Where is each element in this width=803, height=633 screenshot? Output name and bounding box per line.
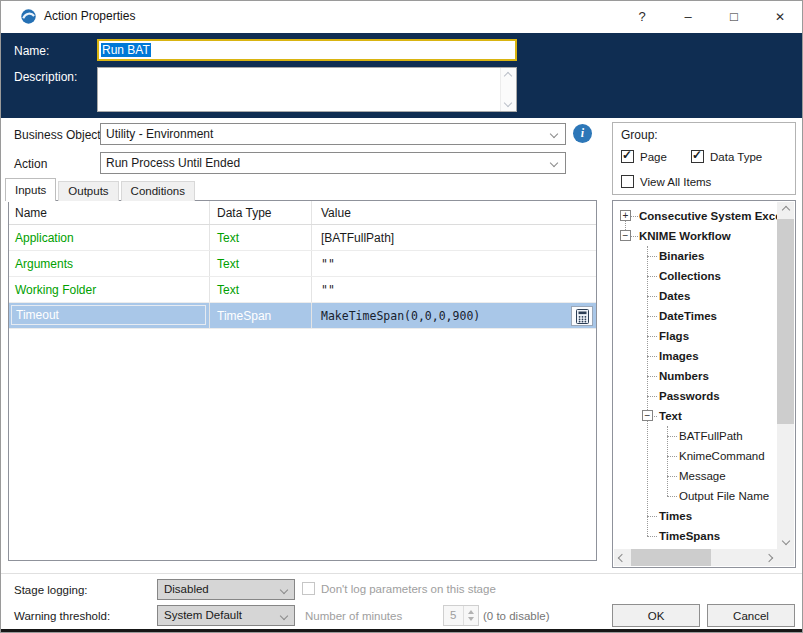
- tree-item-timespans[interactable]: TimeSpans: [614, 526, 777, 546]
- table-header: Name Data Type Value: [9, 201, 596, 225]
- inputs-table: Name Data Type Value Application Text [B…: [8, 200, 597, 561]
- scrollbar-corner: [777, 549, 794, 566]
- scroll-left-icon[interactable]: [618, 553, 626, 561]
- checkbox-view-all-items[interactable]: View All Items: [621, 175, 711, 188]
- scroll-up-icon[interactable]: [781, 206, 789, 214]
- tab-inputs[interactable]: Inputs: [5, 178, 56, 201]
- chevron-down-icon: [550, 159, 558, 167]
- scroll-down-icon[interactable]: [504, 99, 512, 107]
- cancel-button[interactable]: Cancel: [707, 604, 795, 627]
- action-select[interactable]: Run Process Until Ended: [100, 152, 566, 174]
- tree-item-datetimes[interactable]: DateTimes: [614, 306, 777, 326]
- spinner-arrows[interactable]: [463, 606, 478, 625]
- checkbox-page[interactable]: Page: [621, 150, 667, 163]
- business-object-select[interactable]: Utility - Environment: [100, 123, 566, 145]
- checkbox-unchecked-icon[interactable]: [302, 582, 315, 595]
- footer-divider: [0, 573, 803, 574]
- business-object-label: Business Object: [14, 128, 101, 142]
- tree-item-binaries[interactable]: Binaries: [614, 246, 777, 266]
- tree-item-passwords[interactable]: Passwords: [614, 386, 777, 406]
- dialog-header: Name: Run BAT Description:: [0, 33, 803, 118]
- title-bar: Action Properties ? – □ ✕: [0, 0, 803, 33]
- table-row-arguments[interactable]: Arguments Text "": [9, 251, 596, 277]
- tree-item-knimecommand[interactable]: KnimeCommand: [614, 446, 777, 466]
- spin-up-icon[interactable]: [468, 610, 474, 614]
- group-panel: Group: Page Data Type View All Items: [612, 122, 796, 195]
- chevron-down-icon: [280, 612, 288, 620]
- expand-icon[interactable]: +: [620, 210, 631, 221]
- tree-item-collections[interactable]: Collections: [614, 266, 777, 286]
- checkbox-unchecked-icon[interactable]: [621, 175, 634, 188]
- scroll-up-icon[interactable]: [504, 72, 512, 80]
- window-title: Action Properties: [44, 9, 135, 23]
- scroll-right-icon[interactable]: [765, 553, 773, 561]
- collapse-icon[interactable]: −: [642, 410, 653, 421]
- name-label: Name:: [14, 44, 49, 58]
- tree-item-numbers[interactable]: Numbers: [614, 366, 777, 386]
- tree-item-batfullpath[interactable]: BATFullPath: [614, 426, 777, 446]
- maximize-button[interactable]: □: [711, 0, 757, 33]
- tab-conditions[interactable]: Conditions: [121, 181, 195, 201]
- tree-horizontal-scrollbar[interactable]: [614, 549, 777, 566]
- close-button[interactable]: ✕: [757, 0, 803, 33]
- expression-editor-button[interactable]: [571, 306, 593, 326]
- help-button[interactable]: ?: [619, 0, 665, 33]
- table-row-timeout[interactable]: Timeout TimeSpan MakeTimeSpan(0,0,0,900): [9, 303, 596, 329]
- warning-threshold-select[interactable]: System Default: [157, 605, 295, 626]
- tree-body: + Consecutive System Except − KNIME Work…: [614, 202, 777, 549]
- name-value-selected-text: Run BAT: [101, 43, 151, 57]
- calculator-icon: [576, 309, 589, 324]
- tree-item-dates[interactable]: Dates: [614, 286, 777, 306]
- table-row-application[interactable]: Application Text [BATFullPath]: [9, 225, 596, 251]
- column-header-name: Name: [9, 201, 209, 224]
- disable-note: (0 to disable): [483, 610, 549, 622]
- window-bottom-edge: [0, 629, 803, 633]
- table-row-working-folder[interactable]: Working Folder Text "": [9, 277, 596, 303]
- stage-logging-select[interactable]: Disabled: [157, 579, 295, 600]
- action-properties-dialog: Action Properties ? – □ ✕ Name: Run BAT …: [0, 0, 803, 633]
- ok-button[interactable]: OK: [612, 604, 700, 627]
- tree-item-flags[interactable]: Flags: [614, 326, 777, 346]
- description-scrollbar[interactable]: [500, 68, 516, 111]
- tree-item-consecutive-system-exception[interactable]: + Consecutive System Except: [614, 206, 777, 226]
- chevron-down-icon: [550, 130, 558, 138]
- tree-item-knime-workflow[interactable]: − KNIME Workflow: [614, 226, 777, 246]
- name-cell-focus[interactable]: Timeout: [11, 305, 206, 325]
- checkbox-data-type[interactable]: Data Type: [691, 150, 762, 163]
- stage-logging-label: Stage logging:: [14, 584, 88, 596]
- column-header-data-type: Data Type: [209, 201, 311, 224]
- scroll-down-icon[interactable]: [781, 537, 789, 545]
- scrollbar-thumb[interactable]: [777, 219, 794, 424]
- description-label: Description:: [14, 70, 77, 84]
- chevron-down-icon: [280, 586, 288, 594]
- tree-item-message[interactable]: Message: [614, 466, 777, 486]
- checkbox-checked-icon[interactable]: [691, 150, 704, 163]
- minutes-spinner[interactable]: 5: [443, 605, 479, 626]
- number-of-minutes-label: Number of minutes: [305, 610, 402, 622]
- tree-item-images[interactable]: Images: [614, 346, 777, 366]
- checkbox-checked-icon[interactable]: [621, 150, 634, 163]
- name-input[interactable]: Run BAT: [97, 39, 517, 61]
- warning-threshold-label: Warning threshold:: [14, 610, 110, 622]
- info-icon[interactable]: i: [573, 124, 592, 143]
- scrollbar-thumb[interactable]: [631, 549, 711, 566]
- tab-strip: Inputs Outputs Conditions: [5, 178, 197, 201]
- app-icon: [20, 8, 37, 25]
- minimize-button[interactable]: –: [665, 0, 711, 33]
- tree-vertical-scrollbar[interactable]: [777, 202, 794, 549]
- business-object-value: Utility - Environment: [106, 127, 213, 141]
- action-value: Run Process Until Ended: [106, 156, 240, 170]
- tab-outputs[interactable]: Outputs: [58, 181, 118, 201]
- column-header-value: Value: [311, 201, 596, 224]
- action-label: Action: [14, 157, 47, 171]
- group-label: Group:: [621, 128, 658, 142]
- data-items-tree: + Consecutive System Except − KNIME Work…: [612, 200, 796, 568]
- spin-down-icon[interactable]: [468, 617, 474, 621]
- checkbox-dont-log-parameters[interactable]: Don't log parameters on this stage: [302, 582, 496, 595]
- description-input[interactable]: [97, 67, 517, 112]
- tree-item-output-file-name[interactable]: Output File Name: [614, 486, 777, 506]
- tree-item-text[interactable]: − Text: [614, 406, 777, 426]
- collapse-icon[interactable]: −: [620, 230, 631, 241]
- tree-item-times[interactable]: Times: [614, 506, 777, 526]
